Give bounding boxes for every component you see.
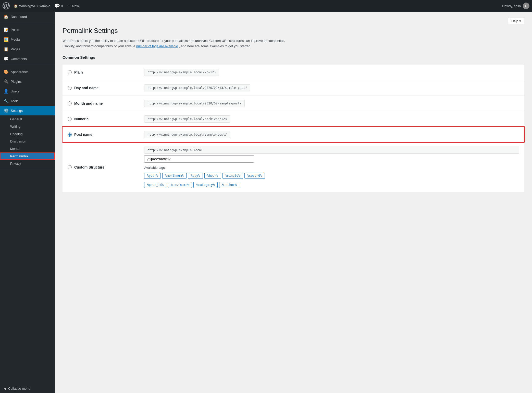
sidebar-item-comments[interactable]: 💬 Comments bbox=[0, 54, 55, 64]
label-custom[interactable]: Custom Structure bbox=[74, 165, 104, 169]
help-label: Help bbox=[511, 19, 518, 23]
radio-custom[interactable] bbox=[68, 165, 72, 169]
tag-year[interactable]: %year% bbox=[144, 173, 161, 179]
url-month-name: http://winningwp-example.local/2020/02/s… bbox=[144, 100, 245, 107]
nav-sep-3 bbox=[0, 169, 55, 169]
nav-sep-1 bbox=[0, 23, 55, 23]
label-numeric[interactable]: Numeric bbox=[74, 117, 89, 121]
label-plain[interactable]: Plain bbox=[74, 70, 83, 74]
users-icon: 👤 bbox=[4, 89, 9, 94]
pages-icon: 📋 bbox=[4, 46, 9, 52]
appearance-label: Appearance bbox=[11, 70, 29, 74]
media-icon: 🖼️ bbox=[4, 37, 9, 42]
url-day-name: http://winningwp-example.local/2020/02/1… bbox=[144, 84, 250, 91]
permalink-row-numeric: Numeric http://winningwp-example.local/a… bbox=[63, 111, 524, 127]
tag-minute[interactable]: %minute% bbox=[222, 173, 243, 179]
plugins-label: Plugins bbox=[11, 80, 22, 84]
comment-bubble-icon: 💬 bbox=[54, 3, 60, 9]
url-numeric: http://winningwp-example.local/archives/… bbox=[144, 115, 230, 123]
custom-prefix-url: http://winningwp-example.local bbox=[144, 147, 519, 154]
users-label: Users bbox=[11, 89, 19, 93]
collapse-icon: ◀ bbox=[4, 387, 6, 390]
sidebar-item-appearance[interactable]: 🎨 Appearance bbox=[0, 67, 55, 77]
wp-logo-icon[interactable] bbox=[3, 2, 10, 9]
pages-label: Pages bbox=[11, 47, 20, 51]
comments-count: 0 bbox=[61, 4, 63, 8]
home-icon: 🏠 bbox=[14, 4, 18, 8]
tag-post-id[interactable]: %post_id% bbox=[144, 182, 166, 188]
label-month-name[interactable]: Month and name bbox=[74, 101, 103, 105]
comments-bar-link[interactable]: 💬 0 bbox=[54, 3, 63, 9]
comments-icon: 💬 bbox=[4, 56, 9, 61]
submenu-reading[interactable]: Reading bbox=[0, 130, 55, 138]
permalink-settings-table: Plain http://winningwp-example.local/?p=… bbox=[63, 65, 524, 192]
permalink-row-post-name: Post name http://winningwp-example.local… bbox=[63, 127, 524, 142]
tools-icon: 🔧 bbox=[4, 98, 9, 103]
sidebar-item-media[interactable]: 🖼️ Media bbox=[0, 34, 55, 44]
site-name-text: WinningWP Example bbox=[19, 4, 50, 8]
submenu-privacy[interactable]: Privacy bbox=[0, 160, 55, 167]
sidebar-item-tools[interactable]: 🔧 Tools bbox=[0, 96, 55, 106]
tag-hour[interactable]: %hour% bbox=[204, 173, 221, 179]
radio-day-name[interactable] bbox=[68, 86, 72, 90]
dashboard-label: Dashboard bbox=[11, 15, 27, 19]
tag-second[interactable]: %second% bbox=[244, 173, 265, 179]
help-dropdown-icon: ▾ bbox=[519, 19, 521, 23]
submenu-permalinks[interactable]: Permalinks bbox=[0, 152, 55, 160]
common-settings-title: Common Settings bbox=[63, 55, 524, 59]
sidebar-nav: 🏠 Dashboard 📝 Posts 🖼️ Media 📋 Pages 💬 C… bbox=[0, 12, 55, 384]
posts-label: Posts bbox=[11, 28, 19, 32]
admin-bar: 🏠 WinningWP Example 💬 0 ＋ New Howdy, col… bbox=[0, 0, 532, 12]
submenu-discussion[interactable]: Discussion bbox=[0, 138, 55, 145]
page-description: WordPress offers you the ability to crea… bbox=[63, 38, 292, 49]
tag-author[interactable]: %author% bbox=[219, 182, 240, 188]
sidebar-item-dashboard[interactable]: 🏠 Dashboard bbox=[0, 12, 55, 21]
posts-icon: 📝 bbox=[4, 27, 9, 32]
nav-sep-2 bbox=[0, 65, 55, 65]
collapse-menu-button[interactable]: ◀ Collapse menu bbox=[0, 384, 55, 393]
permalink-row-month-name: Month and name http://winningwp-example.… bbox=[63, 96, 524, 111]
url-post-name: http://winningwp-example.local/sample-po… bbox=[144, 131, 230, 138]
plus-icon: ＋ bbox=[67, 3, 71, 9]
sidebar-item-plugins[interactable]: 🔌 Plugins bbox=[0, 77, 55, 86]
radio-numeric[interactable] bbox=[68, 117, 72, 121]
media-label: Media bbox=[11, 38, 20, 41]
available-tags-row: %year% %monthnum% %day% %hour% %minute% … bbox=[144, 173, 519, 179]
radio-plain[interactable] bbox=[68, 70, 72, 74]
plugins-icon: 🔌 bbox=[4, 79, 9, 84]
radio-post-name[interactable] bbox=[68, 133, 72, 137]
custom-structure-input[interactable] bbox=[144, 155, 254, 163]
submenu-writing[interactable]: Writing bbox=[0, 123, 55, 130]
label-post-name[interactable]: Post name bbox=[74, 133, 92, 137]
description-end: , and here are some examples to get you … bbox=[179, 44, 251, 48]
tag-monthnum[interactable]: %monthnum% bbox=[162, 173, 186, 179]
permalink-row-day-name: Day and name http://winningwp-example.lo… bbox=[63, 80, 524, 96]
permalink-row-custom: Custom Structure http://winningwp-exampl… bbox=[63, 142, 524, 192]
available-tags-row-2: %post_id% %postname% %category% %author% bbox=[144, 182, 519, 188]
site-name-link[interactable]: 🏠 WinningWP Example bbox=[14, 4, 50, 8]
url-plain: http://winningwp-example.local/?p=123 bbox=[144, 69, 219, 76]
tags-link[interactable]: number of tags are available bbox=[136, 44, 178, 48]
available-tags-label: Available tags: bbox=[144, 166, 519, 170]
sidebar-item-pages[interactable]: 📋 Pages bbox=[0, 44, 55, 54]
new-content-link[interactable]: ＋ New bbox=[67, 3, 79, 9]
tag-postname[interactable]: %postname% bbox=[168, 182, 192, 188]
content-area: Help ▾ Permalink Settings WordPress offe… bbox=[55, 12, 532, 393]
appearance-icon: 🎨 bbox=[4, 69, 9, 74]
user-avatar[interactable]: C bbox=[523, 3, 529, 9]
custom-structure-wrapper: http://winningwp-example.local Available… bbox=[144, 147, 519, 188]
radio-month-name[interactable] bbox=[68, 101, 72, 105]
sidebar-item-posts[interactable]: 📝 Posts bbox=[0, 25, 55, 34]
sidebar-item-settings[interactable]: ⚙️ Settings bbox=[0, 106, 55, 115]
sidebar-item-users[interactable]: 👤 Users bbox=[0, 86, 55, 96]
label-day-name[interactable]: Day and name bbox=[74, 86, 98, 90]
comments-label: Comments bbox=[11, 57, 27, 61]
tag-day[interactable]: %day% bbox=[188, 173, 203, 179]
howdy-text: Howdy, colin bbox=[502, 4, 521, 8]
tag-category[interactable]: %category% bbox=[193, 182, 217, 188]
dashboard-icon: 🏠 bbox=[4, 14, 9, 19]
help-button[interactable]: Help ▾ bbox=[508, 18, 524, 24]
submenu-general[interactable]: General bbox=[0, 115, 55, 123]
submenu-media[interactable]: Media bbox=[0, 145, 55, 152]
page-title: Permalink Settings bbox=[63, 27, 524, 35]
